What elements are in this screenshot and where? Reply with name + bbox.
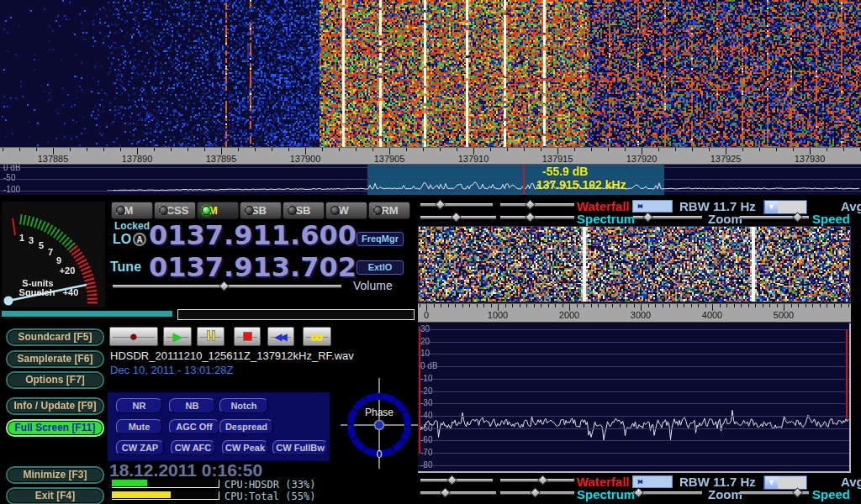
db-gridline <box>418 391 849 392</box>
db-gridline <box>418 354 849 354</box>
play-button[interactable]: ▶ <box>163 327 192 346</box>
db-label: -70 <box>420 448 432 457</box>
af-spectrum-label: Spectrum <box>577 487 635 501</box>
ruler-tick <box>720 304 721 307</box>
soundcard-button[interactable]: Soundcard [F5] <box>6 328 104 346</box>
af-frequency-ruler[interactable]: 010002000300040005000 <box>418 303 851 323</box>
af-spectrum-upper-slider[interactable] <box>420 488 496 499</box>
record-button[interactable]: ● <box>109 327 158 346</box>
ruler-tick <box>820 304 821 307</box>
rf-spectrum-lower-slider[interactable] <box>500 213 574 223</box>
smeter-scale-label: 7 <box>48 247 53 257</box>
ruler-tick <box>555 304 556 307</box>
rf-spectrum-upper-slider[interactable] <box>420 213 496 223</box>
info-update-button[interactable]: Info / Update [F9] <box>6 397 104 415</box>
db-gridline <box>0 179 861 180</box>
ruler-label: 137920 <box>626 154 658 164</box>
playback-position-bar[interactable] <box>177 309 415 320</box>
ruler-tick <box>663 304 663 307</box>
mode-button-drm[interactable]: DRM <box>368 202 410 219</box>
mode-led-icon <box>245 206 254 215</box>
dsp-button-despread[interactable]: Despread <box>219 419 273 434</box>
lo-frequency-value[interactable]: 0137.911.600 <box>149 219 357 251</box>
dsp-button-cw-fullbw[interactable]: CW FullBw <box>272 440 328 455</box>
af-waterfall-upper-slider[interactable] <box>420 475 493 486</box>
ruler-tick <box>843 148 844 151</box>
af-waterfall-display[interactable] <box>418 226 851 302</box>
mode-button-am[interactable]: AM <box>111 202 153 219</box>
dsp-button-nb[interactable]: NB <box>169 398 215 413</box>
db-gridline <box>418 465 849 466</box>
auto-lock-badge[interactable]: A <box>133 233 146 246</box>
rewind-button[interactable]: ◀◀ <box>267 327 294 346</box>
rf-spectrum-display[interactable]: 0 dB-50-100-55.9 dB137.915.102 kHz <box>0 165 861 195</box>
mode-button-usb[interactable]: USB <box>283 202 325 219</box>
minimize-button[interactable]: Minimize [F3] <box>6 466 104 484</box>
dsp-button-agc-off[interactable]: AGC Off <box>169 419 219 434</box>
recording-filedate: Dec 10, 2011 - 13:01:28Z <box>110 364 233 376</box>
mode-button-ecss[interactable]: ECSS <box>154 202 196 219</box>
ruler-tick <box>827 148 827 151</box>
tune-frequency-value[interactable]: 0137.913.702 <box>149 251 357 283</box>
dsp-button-cw-afc[interactable]: CW AFC <box>171 440 215 455</box>
dsp-button-notch[interactable]: Notch <box>219 398 268 413</box>
af-spectrum-display[interactable]: 3020100 dB-10-20-30-40-50-60-70-80 <box>418 323 851 473</box>
af-spectrum-lower-slider[interactable] <box>500 488 574 499</box>
dsp-button-mute[interactable]: Mute <box>116 419 162 434</box>
ruler-tick <box>591 304 592 307</box>
fullscreen-button[interactable]: Full Screen [F11] <box>6 419 104 437</box>
loop-button[interactable] <box>303 327 331 346</box>
af-speed-slider[interactable] <box>740 488 809 499</box>
chevron-down-icon[interactable]: ▼ <box>764 476 778 489</box>
loop-icon <box>312 330 322 344</box>
rf-shift-scrollbar[interactable]: ◄► <box>632 200 673 213</box>
freqmgr-button[interactable]: FreqMgr <box>357 232 404 246</box>
db-gridline <box>418 453 849 454</box>
dsp-button-nr[interactable]: NR <box>116 398 162 413</box>
db-label: -30 <box>420 398 432 407</box>
rf-waterfall-lower-slider[interactable] <box>500 200 574 211</box>
chevron-down-icon[interactable]: ▼ <box>764 201 778 213</box>
af-waterfall-lower-slider[interactable] <box>500 475 574 486</box>
ruler-tick <box>462 304 463 307</box>
pause-button[interactable] <box>197 327 224 346</box>
ruler-tick <box>812 304 813 307</box>
extio-button[interactable]: ExtIO <box>357 260 404 275</box>
exit-button[interactable]: Exit [F4] <box>6 487 104 504</box>
right-arrow-icon[interactable]: ► <box>637 478 644 486</box>
ruler-tick <box>171 148 172 151</box>
dsp-button-cw-zap[interactable]: CW ZAP <box>116 440 164 455</box>
tune-label: Tune <box>110 260 141 275</box>
af-band-edge-marker-right <box>846 330 848 418</box>
ruler-tick <box>677 304 678 307</box>
db-label: -20 <box>420 386 432 396</box>
volume-slider[interactable] <box>113 281 341 292</box>
mode-button-fm[interactable]: FM <box>197 202 239 219</box>
af-zoom-slider[interactable] <box>633 488 702 499</box>
mode-button-lsb[interactable]: LSB <box>240 202 282 219</box>
db-label: 30 <box>420 324 430 333</box>
squelch-level-bar[interactable] <box>2 311 172 317</box>
rf-frequency-ruler[interactable]: 1378851378901378951379001379051379101379… <box>0 147 861 165</box>
cpu-label: CPU:HDSDR (33%) <box>224 479 315 491</box>
right-arrow-icon[interactable]: ► <box>637 202 644 210</box>
rf-waterfall-upper-slider[interactable] <box>420 200 493 211</box>
rf-speed-slider[interactable] <box>740 213 809 223</box>
ruler-tick <box>605 304 606 307</box>
rf-zoom-slider[interactable] <box>633 213 702 223</box>
dsp-button-cw-peak[interactable]: CW Peak <box>222 440 268 455</box>
ruler-tick <box>469 304 470 307</box>
ruler-tick <box>675 148 676 151</box>
ruler-tick <box>748 304 749 307</box>
af-shift-scrollbar[interactable]: ◄► <box>632 475 673 488</box>
db-gridline <box>418 428 849 429</box>
ruler-tick <box>507 148 508 151</box>
ruler-tick <box>759 148 760 151</box>
rf-waterfall-display[interactable] <box>0 0 861 147</box>
stop-button[interactable] <box>234 327 261 346</box>
mode-button-cw[interactable]: CW <box>325 202 367 219</box>
samplerate-button[interactable]: Samplerate [F6] <box>6 350 104 368</box>
db-label: -50 <box>3 173 15 182</box>
options-button[interactable]: Options [F7] <box>6 371 104 389</box>
volume-label: Volume <box>353 279 393 292</box>
